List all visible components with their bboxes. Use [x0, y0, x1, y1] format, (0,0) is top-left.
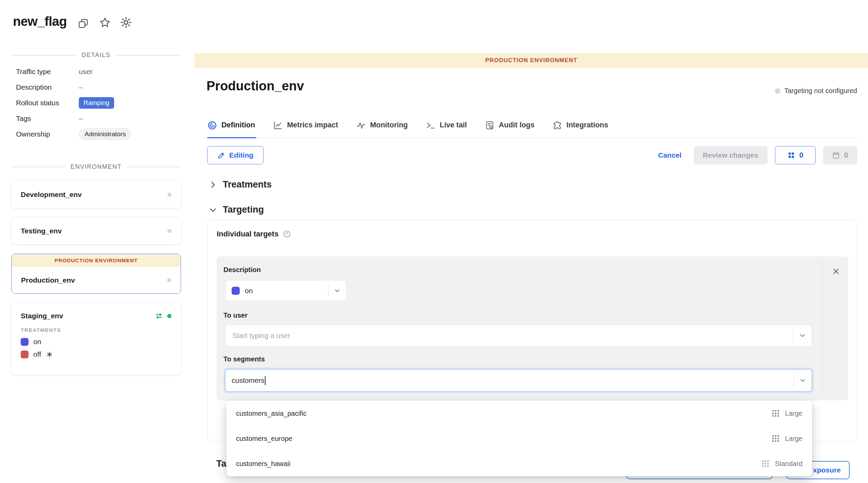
chevron-down-icon — [328, 287, 346, 294]
review-changes-button[interactable]: Review changes — [694, 146, 767, 164]
chevron-down-icon[interactable] — [794, 332, 811, 339]
text-cursor — [265, 376, 266, 385]
schedule-counter-button[interactable]: 0 — [823, 146, 857, 164]
to-segments-input[interactable]: customers — [225, 369, 812, 392]
chevron-down-icon — [209, 205, 217, 214]
tab-live-tail[interactable]: Live tail — [426, 113, 467, 138]
calendar-icon — [832, 151, 840, 159]
rule-divider — [822, 256, 822, 400]
env-status-dot — [167, 229, 171, 233]
env-card-production[interactable]: PRODUCTION ENVIRONMENT Production_env — [11, 254, 181, 294]
tab-audit-logs[interactable]: Audit logs — [485, 113, 535, 138]
details-heading: DETAILS — [11, 52, 181, 59]
pencil-icon — [217, 151, 225, 159]
env-status-dot — [167, 278, 171, 282]
to-user-input[interactable] — [226, 332, 793, 340]
toolbar-right: Cancel Review changes 0 0 — [658, 146, 857, 164]
production-environment-label: PRODUCTION ENVIRONMENT — [12, 254, 181, 267]
treatment-on-swatch — [232, 287, 240, 295]
individual-targets-heading: Individual targets — [217, 230, 278, 238]
definition-icon — [207, 120, 217, 130]
individual-target-rule-card: Description on To user — [217, 256, 848, 400]
copy-icon[interactable] — [77, 18, 89, 29]
page-title: Production_env — [206, 79, 304, 93]
audit-log-icon — [485, 120, 495, 130]
default-treatment-asterisk-icon — [46, 351, 53, 358]
terminal-icon — [426, 120, 436, 130]
segments-dropdown: customers_asia_pacific Large customers_e… — [227, 401, 812, 476]
star-icon[interactable] — [99, 17, 111, 29]
chevron-right-icon — [209, 180, 217, 189]
targeting-section-toggle[interactable]: Targeting — [209, 204, 264, 215]
to-user-input-wrap — [225, 325, 812, 346]
segment-option-europe[interactable]: customers_europe Large — [227, 426, 812, 451]
tab-definition[interactable]: Definition — [207, 113, 255, 138]
treatments-caption: TREATMENTS — [21, 327, 171, 333]
environment-heading: ENVIRONMENT — [11, 163, 181, 171]
detail-row-description: Description – — [16, 82, 176, 93]
env-status-dot-active — [167, 314, 171, 318]
rollout-status-badge: Ramping — [79, 97, 114, 109]
changes-counter-button[interactable]: 0 — [775, 146, 816, 164]
segment-grid-dots-hollow-icon — [761, 459, 770, 468]
grid-icon — [787, 151, 795, 159]
treatments-section-toggle[interactable]: Treatments — [209, 179, 272, 190]
treatment-on-swatch — [21, 338, 29, 346]
segment-grid-dots-icon — [771, 409, 780, 418]
cancel-button[interactable]: Cancel — [658, 151, 682, 159]
tab-monitoring[interactable]: Monitoring — [356, 113, 408, 138]
env-card-testing[interactable]: Testing_env — [11, 217, 181, 244]
description-label: Description — [223, 266, 261, 274]
pulse-icon — [356, 120, 366, 130]
segment-option-asia-pacific[interactable]: customers_asia_pacific Large — [227, 401, 812, 426]
flag-title: new_flag — [13, 14, 67, 29]
detail-row-ownership: Ownership Administrators — [16, 128, 176, 140]
segment-option-hawaii[interactable]: customers_hawaii Standard — [227, 451, 812, 476]
svg-text:?: ? — [286, 232, 288, 236]
targeting-status: Targeting not configured — [775, 87, 857, 95]
sync-arrows-icon — [155, 311, 163, 320]
treatment-off-row: off — [21, 350, 171, 358]
clipped-section-heading: Ta — [216, 459, 227, 469]
details-rows: Traffic type user Description – Rollout … — [16, 66, 176, 144]
tab-bar: Definition Metrics impact Monitoring — [207, 113, 857, 138]
chevron-down-icon[interactable] — [794, 377, 812, 384]
tab-metrics-impact[interactable]: Metrics impact — [273, 113, 338, 138]
editing-button[interactable]: Editing — [207, 146, 264, 164]
treatment-off-swatch — [21, 351, 29, 358]
ownership-pill[interactable]: Administrators — [79, 128, 131, 140]
gear-icon[interactable] — [120, 16, 132, 29]
chart-icon — [273, 120, 283, 130]
help-icon[interactable]: ? — [283, 230, 291, 238]
tab-integrations[interactable]: Integrations — [552, 113, 608, 138]
to-segments-label: To segments — [223, 355, 265, 363]
treatment-select[interactable]: on — [225, 280, 346, 301]
env-status-dot — [167, 193, 171, 197]
production-environment-banner: PRODUCTION ENVIRONMENT — [195, 53, 868, 68]
to-user-label: To user — [223, 311, 248, 319]
segment-grid-dots-icon — [771, 434, 780, 443]
env-card-development[interactable]: Development_env — [11, 181, 181, 208]
status-dot — [775, 88, 780, 94]
close-icon[interactable] — [829, 265, 843, 278]
page: new_flag DETAILS Traffic type user Descr… — [0, 0, 868, 483]
detail-row-rollout-status: Rollout status Ramping — [16, 97, 176, 109]
puzzle-icon — [552, 120, 562, 130]
detail-row-tags: Tags – — [16, 113, 176, 124]
env-card-staging[interactable]: Staging_env TREATMENTS on off — [11, 303, 181, 375]
detail-row-traffic-type: Traffic type user — [16, 66, 176, 77]
treatment-on-row: on — [21, 338, 171, 346]
